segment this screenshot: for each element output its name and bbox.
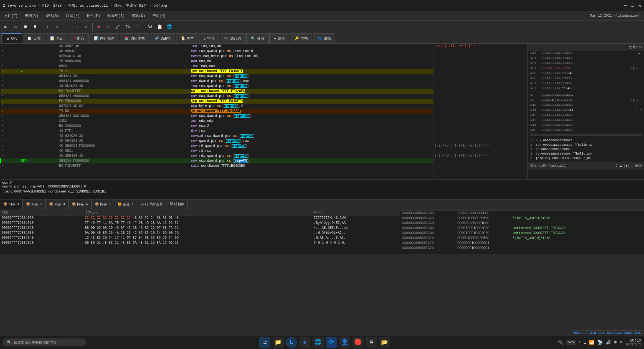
reg-rsp[interactable]: RSP 00000038D855EBC0 (528, 76, 644, 81)
bottom-tab-mem1[interactable]: 📦 内存 1 (0, 199, 23, 209)
table-row[interactable]: • 4C:8BC1 mov r8,rcx (1, 148, 433, 153)
mem-row[interactable]: 00007FFF7CB81020 BB 0D 00 00 C0 45 0F 47… (0, 225, 400, 230)
taskbar-app-files[interactable]: 📂 (379, 337, 390, 348)
search-box[interactable]: 🔍 在这里输入你要搜索的内容 (3, 338, 86, 346)
menu-help[interactable]: 帮助(H) (149, 12, 169, 19)
table-row[interactable]: ✓ ↘ 75 21 jne ucrtbased.7FFF1E84DD7F (1, 69, 433, 74)
reg-r14[interactable]: R14 0000000000000000 (528, 123, 644, 128)
fpu-item-4[interactable]: 4: r9 000001EE0802C690 "{hello_w0r (529, 152, 643, 156)
table-row[interactable]: • 48:6BD2 48 imul rdx,rdx,48 (1, 44, 433, 49)
memory-table-area[interactable]: 地址 十六进制 ASCII 00007FFF7CB81000 CC CC CC … (0, 209, 400, 254)
tab-log[interactable]: 📋 日志 (23, 33, 45, 43)
toolbar-stop[interactable]: ⏹ (21, 22, 30, 31)
mem-row[interactable]: 00007FFF7CB81030 0A 00 48 85 26 4A 2B 26… (0, 230, 400, 235)
tab-bp[interactable]: ● 断点 (69, 33, 89, 43)
table-row[interactable]: • 48:8B04C1 mov rax,qword ptr ds:[rcx+ra… (1, 49, 433, 54)
rmem-row[interactable]: 00000038D855ECB0 0000003800000000 (400, 211, 644, 216)
reg-scrollbar[interactable] (530, 134, 642, 136)
tab-script[interactable]: 📜 脚本 (176, 33, 198, 43)
minimize-button[interactable]: — (624, 2, 627, 9)
tab-stack[interactable]: 📚 调用堆栈 (120, 33, 149, 43)
taskbar-app-folder[interactable]: 📁 (273, 337, 284, 348)
taskbar-app-red[interactable]: 🔴 (353, 337, 364, 348)
tab-symbol[interactable]: ◇ 符号 (199, 33, 219, 43)
table-row[interactable]: • 48:8B5424 40 mov rdx,qword ptr ss:[rsp… (1, 153, 433, 158)
taskbar-app-screen[interactable]: 🖥 (366, 337, 377, 348)
toolbar-step-over[interactable]: ↘ (53, 22, 62, 31)
toolbar-restart[interactable]: ↺ (11, 22, 20, 31)
table-row[interactable]: • 807C24 30 02 cmp byte ptr ss:[rsp+30],… (1, 104, 433, 109)
rmem-row[interactable]: 00000038D855ECE8 0000000100000001 (400, 241, 644, 246)
fpu-item-1[interactable]: 1: rcx 000000000000000F (529, 138, 643, 143)
tab-handle[interactable]: 🔑 句柄 (290, 33, 312, 43)
menu-options[interactable]: 选项(O) (129, 12, 148, 19)
taskbar-app-vscode[interactable]: ◈ (299, 337, 310, 348)
table-row[interactable]: ✓ → E9 F5000000 jmp ucrtbased.7FFF1E84DE… (1, 99, 433, 104)
tab-thread[interactable]: ➡ 线程 (269, 33, 289, 43)
table-row[interactable]: • 48:8D4C24 48 lea rcx,qword ptr ss:[rsp… (1, 84, 433, 89)
table-row[interactable]: • 48:F7F1 div rcx (1, 129, 433, 134)
bottom-tab-mem5[interactable]: 📦 内存 5 (92, 199, 114, 209)
menu-plugin[interactable]: 插件(P) (84, 12, 103, 19)
taskbar-app-explorer[interactable]: 🗂 (259, 337, 270, 348)
taskbar-app-avatar[interactable]: 👤 (339, 337, 350, 348)
menu-debug[interactable]: 调试(D) (43, 12, 62, 19)
tab-note[interactable]: 📝 笔记 (46, 33, 68, 43)
fpu-item-5[interactable]: 5: [rsp+28] 000001EE0802C690 "{he (529, 156, 643, 161)
clock[interactable]: 20:19 2021/3/2 (625, 338, 641, 347)
reg-header[interactable]: 隐藏FPU (528, 44, 644, 51)
menu-trace[interactable]: 跟踪(N) (63, 12, 82, 19)
toolbar-back[interactable]: ↩ (82, 22, 91, 31)
toolbar-script[interactable]: fx (123, 22, 132, 31)
close-button[interactable]: ✕ (638, 2, 641, 9)
call-num-down[interactable]: ▼ (624, 164, 629, 168)
toolbar-run[interactable]: ▶ (1, 22, 10, 31)
table-row[interactable]: • 48:894424 20 mov qword ptr ss:[rsp+20]… (1, 138, 433, 143)
reg-r15[interactable]: R15 0000000000000000 (528, 128, 644, 133)
toolbar-step-in[interactable]: ↓ (43, 22, 52, 31)
maximize-button[interactable]: □ (631, 2, 634, 9)
table-row[interactable]: ✓ 74 59 je ucrtbased.7FFF1E84DDDF (1, 109, 433, 114)
call-num-up[interactable]: ▲ (619, 164, 623, 168)
table-row[interactable]: • 48:634C24 38 movsxd rcx,dword ptr ss:[… (1, 134, 433, 138)
reg-r11[interactable]: R11 0000000000000344 L'* (528, 108, 644, 113)
table-row[interactable]: • 8B8424 A8000000 mov eax,dword ptr ss:[… (1, 94, 433, 99)
toolbar-bp[interactable]: ● (94, 22, 103, 31)
toolbar-font[interactable]: Aa (146, 22, 154, 31)
reg-rdx[interactable]: RDX 00001EE0802C690 "{hell (528, 66, 644, 71)
table-row[interactable]: • 25 80000000 and eax,80 (1, 59, 433, 64)
fpu-item-3[interactable]: 3: r8 000000000000000F (529, 147, 643, 152)
fpu-item-2[interactable]: 2: rdx 000001EE0802C690 "{hello_wC (529, 143, 643, 147)
lang-indicator[interactable]: 中 (614, 340, 618, 345)
mem-row[interactable]: 00007FFF7CB81000 CC CC CC CC CC CC CC CC… (0, 215, 400, 220)
tab-memory[interactable]: 📊 内存布局 (90, 33, 119, 43)
reg-rsi[interactable]: RSI 0000000000000000 (528, 81, 644, 86)
table-row[interactable]: • 8B8424 00010000 mov eax,dword ptr ss:[… (1, 114, 433, 119)
toolbar-log[interactable]: 📋 (155, 22, 164, 31)
bottom-tab-mem3[interactable]: 📦 内存 3 (46, 199, 69, 209)
toolbar-pause[interactable]: ⏸ (31, 22, 39, 31)
right-memory-panel[interactable]: 00000038D855ECB0 0000003800000000 000000… (400, 209, 644, 254)
bottom-tab-mem2[interactable]: 📦 内存 2 (23, 199, 45, 209)
toolbar-highlight[interactable]: 🖊 (114, 22, 123, 31)
toolbar-more[interactable]: 🌐 (165, 22, 174, 31)
table-row[interactable]: • 33D2 xor edx,edx (1, 119, 433, 124)
reg-r9[interactable]: R9 000001EE0802C690 "{hell (528, 98, 644, 103)
rmem-row[interactable]: 00000038D855ECD0 00007FFF1E8F3C20 ucrtba… (400, 226, 644, 231)
table-row[interactable]: • 85C0 test eax,eax (1, 64, 433, 69)
table-row[interactable]: • 8B4424 38 mov eax,dword ptr ss:[rsp+38… (1, 74, 433, 79)
tab-ref[interactable]: 🔍 引用 (246, 33, 268, 43)
reg-r12[interactable]: R12 0000000000000000 (528, 113, 644, 118)
reg-r13[interactable]: R13 0000000000000000 (528, 118, 644, 123)
taskbar-app-globe[interactable]: 🌐 (313, 337, 324, 348)
arrow-icon[interactable]: ∧ (579, 340, 581, 344)
mem-row[interactable]: 00007FFF7CB81040 12 48 85 C0 74 17 41 0F… (0, 235, 400, 240)
table-row[interactable]: • 898424 A8000000 mov dword ptr ss:[rsp+… (1, 79, 433, 84)
toolbar-hash[interactable]: # (133, 22, 142, 31)
reg-r10[interactable]: R10 0000000000000000 (528, 103, 644, 108)
reg-rcx[interactable]: RCX 000000000000000F (528, 61, 644, 66)
table-row[interactable]: • E8 F3FAEFFF call ucrtbased.7FFF1E84C8B… (1, 163, 433, 168)
mem-row[interactable]: 00007FFF7CB81010 FF 49 FF 41 BA FE FF 49… (0, 220, 400, 225)
bottom-tab-watch[interactable]: 🐱 监视 1 (114, 199, 137, 209)
toolbar-clear-bp[interactable]: ○ (104, 22, 113, 31)
